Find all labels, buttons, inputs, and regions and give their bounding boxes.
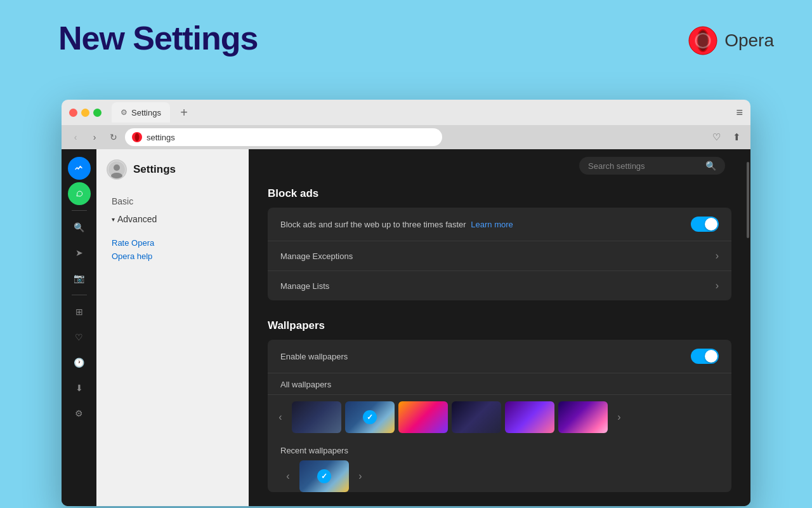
recent-carousel-next-button[interactable]: › (353, 469, 368, 484)
sidebar-messenger-icon[interactable] (68, 157, 91, 180)
settings-panel-left: Settings Basic ▾ Advanced Rate Opera Ope… (96, 149, 249, 506)
enable-wallpapers-row: Enable wallpapers (268, 340, 731, 373)
search-icon: 🔍 (705, 161, 716, 171)
opera-o-icon (688, 25, 718, 56)
svg-point-11 (114, 164, 120, 171)
nav-advanced[interactable]: ▾ Advanced (107, 210, 239, 228)
nav-bar: ‹ › ↻ settings ♡ ⬆ (62, 125, 750, 149)
reload-button[interactable]: ↻ (106, 130, 121, 145)
title-bar: ⚙ Settings + ≡ (62, 100, 750, 125)
all-wallpapers-label: All wallpapers (268, 373, 731, 395)
wallpaper-thumb-5[interactable] (505, 401, 554, 433)
svg-point-9 (74, 189, 84, 199)
recent-wallpapers-section: Recent wallpapers ‹ › (268, 439, 731, 492)
browser-window: ⚙ Settings + ≡ ‹ › ↻ settings ♡ ⬆ (62, 100, 750, 506)
recent-carousel: ‹ › (280, 460, 719, 492)
opera-help-link[interactable]: Opera help (112, 251, 233, 261)
nav-right: ♡ ⬆ (709, 130, 744, 145)
browser-content: 🔍 ➤ 📷 ⊞ ♡ 🕐 ⬇ ⚙ Settings (62, 149, 750, 506)
maximize-button[interactable] (93, 109, 102, 117)
scrollbar-track[interactable] (745, 149, 750, 506)
wallpapers-title: Wallpapers (268, 319, 731, 332)
search-placeholder-text: Search settings (588, 161, 700, 171)
wallpaper-thumb-4[interactable] (452, 401, 501, 433)
close-button[interactable] (69, 109, 77, 117)
traffic-lights (69, 109, 102, 117)
address-value: settings (147, 133, 175, 142)
manage-exceptions-row[interactable]: Manage Exceptions › (268, 241, 731, 271)
sidebar-send-icon[interactable]: ➤ (68, 241, 91, 264)
tab-settings-icon: ⚙ (121, 108, 128, 117)
title-bar-right: ≡ (736, 106, 743, 119)
svg-point-7 (135, 133, 140, 142)
settings-nav: Basic ▾ Advanced (96, 192, 249, 228)
block-ads-description: Block ads and surf the web up to three t… (280, 220, 691, 229)
search-input-container[interactable]: Search settings 🔍 (579, 157, 725, 175)
address-bar[interactable]: settings (125, 128, 442, 146)
wallpaper-carousel: ‹ › (268, 395, 731, 439)
settings-content: Block ads Block ads and surf the web up … (249, 149, 750, 506)
learn-more-link[interactable]: Learn more (471, 220, 513, 229)
wallpaper-thumbs (292, 401, 608, 433)
wallpapers-card: Enable wallpapers All wallpapers ‹ (268, 340, 731, 492)
wallpaper-thumb-3[interactable] (398, 401, 448, 433)
manage-lists-row[interactable]: Manage Lists › (268, 271, 731, 300)
sidebar-grid-icon[interactable]: ⊞ (68, 300, 91, 323)
wallpaper-thumb-2[interactable] (345, 401, 395, 433)
settings-panel-title: Settings (133, 163, 176, 176)
minimize-button[interactable] (81, 109, 89, 117)
carousel-next-button[interactable]: › (612, 410, 627, 425)
sidebar-download-icon[interactable]: ⬇ (68, 377, 91, 399)
sidebar-camera-icon[interactable]: 📷 (68, 267, 91, 290)
recent-carousel-prev-button[interactable]: ‹ (280, 469, 296, 484)
sidebar-search-icon[interactable]: 🔍 (68, 216, 91, 239)
manage-exceptions-arrow-icon: › (716, 250, 719, 262)
opera-logo: Opera (688, 25, 774, 56)
sidebar-history-icon[interactable]: 🕐 (68, 351, 91, 374)
recent-wallpapers-label: Recent wallpapers (280, 446, 719, 455)
settings-avatar (107, 159, 127, 180)
wallpaper-thumb-1[interactable] (292, 401, 341, 433)
enable-wallpapers-toggle[interactable] (691, 349, 719, 364)
opera-logo-text: Opera (724, 30, 774, 51)
rate-opera-link[interactable]: Rate Opera (112, 238, 233, 248)
advanced-arrow-icon: ▾ (112, 216, 115, 223)
opera-favicon (131, 131, 143, 143)
share-button[interactable]: ⬆ (729, 130, 744, 145)
wallpaper-thumb-6[interactable] (558, 401, 608, 433)
block-ads-section: Block ads Block ads and surf the web up … (268, 187, 731, 300)
favorite-button[interactable]: ♡ (709, 130, 724, 145)
block-ads-title: Block ads (268, 187, 731, 200)
wallpapers-section: Wallpapers Enable wallpapers All wallpap… (268, 319, 731, 492)
scrollbar-thumb[interactable] (747, 162, 749, 238)
enable-wallpapers-label: Enable wallpapers (280, 352, 691, 361)
manage-lists-arrow-icon: › (716, 280, 719, 291)
manage-lists-label: Manage Lists (280, 281, 716, 291)
sidebar-sep-1 (72, 210, 87, 211)
filter-icon[interactable]: ≡ (736, 106, 743, 119)
page-header: New Settings (58, 19, 258, 57)
recent-wallpaper-thumb-1[interactable] (299, 460, 349, 492)
sidebar-settings-icon[interactable]: ⚙ (68, 402, 91, 425)
tab-label: Settings (131, 108, 161, 117)
settings-header: Settings (96, 159, 249, 192)
settings-main: Search settings 🔍 Block ads Block ads an… (249, 149, 750, 506)
page-title: New Settings (58, 19, 258, 57)
block-ads-toggle[interactable] (691, 217, 719, 232)
forward-button[interactable]: › (87, 130, 102, 145)
sidebar-heart-icon[interactable]: ♡ (68, 326, 91, 349)
carousel-prev-button[interactable]: ‹ (273, 410, 288, 425)
sidebar-sep-2 (72, 295, 87, 295)
back-button[interactable]: ‹ (68, 130, 83, 145)
new-tab-button[interactable]: + (175, 104, 193, 121)
sidebar: 🔍 ➤ 📷 ⊞ ♡ 🕐 ⬇ ⚙ (62, 149, 96, 506)
settings-search-bar: Search settings 🔍 (579, 157, 725, 175)
manage-exceptions-label: Manage Exceptions (280, 251, 716, 261)
nav-basic[interactable]: Basic (107, 192, 239, 210)
settings-tab[interactable]: ⚙ Settings (112, 102, 170, 123)
sidebar-whatsapp-icon[interactable] (68, 182, 91, 205)
block-ads-toggle-row: Block ads and surf the web up to three t… (268, 208, 731, 241)
block-ads-card: Block ads and surf the web up to three t… (268, 208, 731, 300)
settings-links: Rate Opera Opera help (96, 238, 249, 261)
